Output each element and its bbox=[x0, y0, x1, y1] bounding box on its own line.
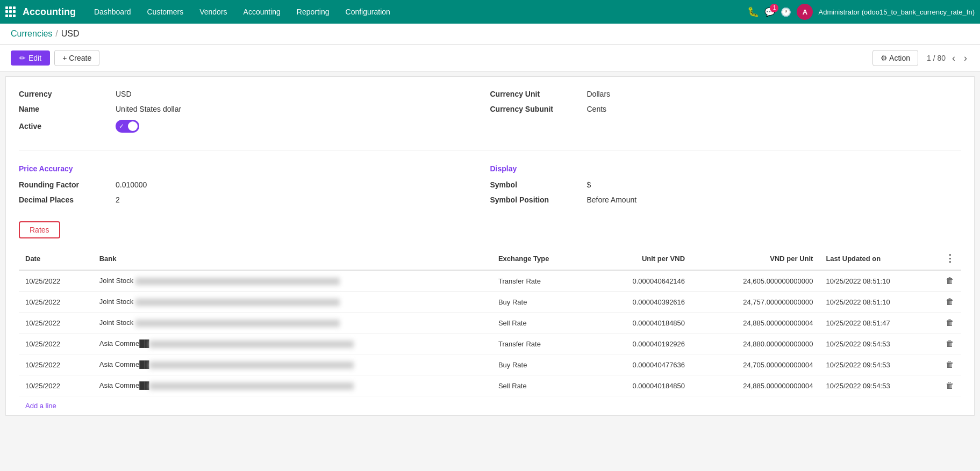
currency-unit-label: Currency Unit bbox=[490, 90, 587, 98]
rates-tab-section: Rates Date Bank Exchange Type Unit per V… bbox=[19, 221, 961, 415]
symbol-position-value: Before Amount bbox=[587, 195, 637, 204]
cell-date: 10/25/2022 bbox=[19, 354, 93, 375]
cell-unit-per-vnd: 0.000040184850 bbox=[590, 375, 691, 396]
cell-unit-per-vnd: 0.000040642146 bbox=[590, 270, 691, 292]
section-divider-1 bbox=[19, 150, 961, 150]
table-row: 10/25/2022 Joint Stock Buy Rate 0.000040… bbox=[19, 292, 961, 313]
currency-unit-row: Currency Unit Dollars bbox=[490, 90, 940, 98]
currency-subunit-label: Currency Subunit bbox=[490, 105, 587, 113]
app-brand: Accounting bbox=[23, 6, 76, 18]
col-bank: Bank bbox=[93, 247, 492, 270]
col-options: ⋮ bbox=[939, 247, 961, 270]
cell-vnd-per-unit: 24,757.000000000000 bbox=[691, 292, 819, 313]
rounding-factor-row: Rounding Factor 0.010000 bbox=[19, 180, 469, 189]
cell-delete[interactable]: 🗑 bbox=[939, 375, 961, 396]
cell-last-updated: 10/25/2022 08:51:10 bbox=[819, 292, 939, 313]
cell-bank: Joint Stock bbox=[93, 313, 492, 334]
username-label[interactable]: Administrator (odoo15_to_bank_currency_r… bbox=[818, 8, 975, 16]
cell-date: 10/25/2022 bbox=[19, 292, 93, 313]
name-row: Name United States dollar bbox=[19, 105, 469, 113]
menu-item-configuration[interactable]: Configuration bbox=[338, 4, 398, 19]
display-header: Display bbox=[490, 164, 940, 173]
cell-exchange-type: Sell Rate bbox=[492, 375, 590, 396]
pagination-controls: 1 / 80 ‹ › bbox=[927, 52, 969, 65]
cell-vnd-per-unit: 24,880.000000000000 bbox=[691, 334, 819, 354]
cell-delete[interactable]: 🗑 bbox=[939, 292, 961, 313]
breadcrumb-parent[interactable]: Currencies bbox=[11, 29, 52, 39]
cell-last-updated: 10/25/2022 08:51:47 bbox=[819, 313, 939, 334]
menu-item-accounting[interactable]: Accounting bbox=[236, 4, 288, 19]
symbol-position-row: Symbol Position Before Amount bbox=[490, 195, 940, 204]
col-vnd-per-unit: VND per Unit bbox=[691, 247, 819, 270]
cell-date: 10/25/2022 bbox=[19, 313, 93, 334]
cell-exchange-type: Buy Rate bbox=[492, 354, 590, 375]
notification-badge: 1 bbox=[770, 4, 778, 12]
top-navigation: Accounting Dashboard Customers Vendors A… bbox=[0, 0, 980, 24]
col-unit-per-vnd: Unit per VND bbox=[590, 247, 691, 270]
accuracy-display-section: Price Accuracy Rounding Factor 0.010000 … bbox=[19, 159, 961, 211]
cell-vnd-per-unit: 24,705.000000000004 bbox=[691, 354, 819, 375]
price-accuracy-column: Price Accuracy Rounding Factor 0.010000 … bbox=[19, 159, 490, 211]
create-button[interactable]: + Create bbox=[54, 50, 99, 66]
rounding-factor-label: Rounding Factor bbox=[19, 180, 116, 189]
symbol-value: $ bbox=[587, 180, 591, 189]
cell-vnd-per-unit: 24,605.000000000000 bbox=[691, 270, 819, 292]
cell-delete[interactable]: 🗑 bbox=[939, 270, 961, 292]
menu-item-customers[interactable]: Customers bbox=[140, 4, 191, 19]
cell-exchange-type: Transfer Rate bbox=[492, 334, 590, 354]
breadcrumb-current: USD bbox=[61, 29, 80, 39]
decimal-places-row: Decimal Places 2 bbox=[19, 195, 469, 204]
table-row: 10/25/2022 Asia Comme██ Buy Rate 0.00004… bbox=[19, 354, 961, 375]
left-column: Currency USD Name United States dollar A… bbox=[19, 90, 490, 139]
table-row: 10/25/2022 Joint Stock Transfer Rate 0.0… bbox=[19, 270, 961, 292]
pagination-prev[interactable]: ‹ bbox=[950, 52, 957, 65]
currency-label: Currency bbox=[19, 90, 116, 98]
clock-icon[interactable]: 🕐 bbox=[781, 7, 791, 17]
messages-icon[interactable]: 💬 1 bbox=[764, 7, 775, 17]
apps-grid-icon[interactable] bbox=[5, 6, 16, 17]
cell-unit-per-vnd: 0.000040184850 bbox=[590, 313, 691, 334]
cell-bank: Asia Comme██ bbox=[93, 334, 492, 354]
display-column: Display Symbol $ Symbol Position Before … bbox=[490, 159, 962, 211]
col-exchange-type: Exchange Type bbox=[492, 247, 590, 270]
cell-unit-per-vnd: 0.000040392616 bbox=[590, 292, 691, 313]
breadcrumb-separator: / bbox=[55, 29, 58, 39]
table-row: 10/25/2022 Asia Comme██ Transfer Rate 0.… bbox=[19, 334, 961, 354]
cell-bank: Asia Comme██ bbox=[93, 354, 492, 375]
cell-date: 10/25/2022 bbox=[19, 270, 93, 292]
action-button[interactable]: ⚙ Action bbox=[872, 50, 918, 66]
edit-button[interactable]: ✏ Edit bbox=[11, 50, 50, 66]
cell-unit-per-vnd: 0.000040477636 bbox=[590, 354, 691, 375]
symbol-label: Symbol bbox=[490, 180, 587, 189]
bug-icon[interactable]: 🐛 bbox=[747, 6, 759, 18]
cell-last-updated: 10/25/2022 09:54:53 bbox=[819, 375, 939, 396]
cell-delete[interactable]: 🗑 bbox=[939, 334, 961, 354]
menu-item-reporting[interactable]: Reporting bbox=[289, 4, 337, 19]
menu-item-vendors[interactable]: Vendors bbox=[192, 4, 234, 19]
column-options-icon[interactable]: ⋮ bbox=[945, 252, 955, 264]
main-menu: Dashboard Customers Vendors Accounting R… bbox=[87, 4, 743, 19]
cell-bank: Asia Comme██ bbox=[93, 375, 492, 396]
rates-table: Date Bank Exchange Type Unit per VND VND… bbox=[19, 247, 961, 396]
pagination-next[interactable]: › bbox=[962, 52, 969, 65]
user-avatar[interactable]: A bbox=[797, 4, 813, 20]
add-line-button[interactable]: Add a line bbox=[19, 396, 63, 415]
pencil-icon: ✏ bbox=[19, 54, 26, 62]
table-header-row: Date Bank Exchange Type Unit per VND VND… bbox=[19, 247, 961, 270]
rates-tab-button[interactable]: Rates bbox=[19, 221, 60, 238]
symbol-row: Symbol $ bbox=[490, 180, 940, 189]
cell-bank: Joint Stock bbox=[93, 292, 492, 313]
decimal-places-value: 2 bbox=[116, 195, 120, 204]
active-toggle[interactable]: ✓ bbox=[116, 120, 139, 133]
menu-item-dashboard[interactable]: Dashboard bbox=[87, 4, 139, 19]
cell-delete[interactable]: 🗑 bbox=[939, 313, 961, 334]
topnav-right-section: 🐛 💬 1 🕐 A Administrator (odoo15_to_bank_… bbox=[747, 4, 975, 20]
cell-last-updated: 10/25/2022 09:54:53 bbox=[819, 334, 939, 354]
breadcrumb: Currencies / USD bbox=[0, 24, 980, 45]
active-row: Active ✓ bbox=[19, 120, 469, 133]
toggle-check-icon: ✓ bbox=[119, 122, 124, 130]
cell-last-updated: 10/25/2022 08:51:10 bbox=[819, 270, 939, 292]
cell-exchange-type: Sell Rate bbox=[492, 313, 590, 334]
symbol-position-label: Symbol Position bbox=[490, 195, 587, 204]
cell-delete[interactable]: 🗑 bbox=[939, 354, 961, 375]
